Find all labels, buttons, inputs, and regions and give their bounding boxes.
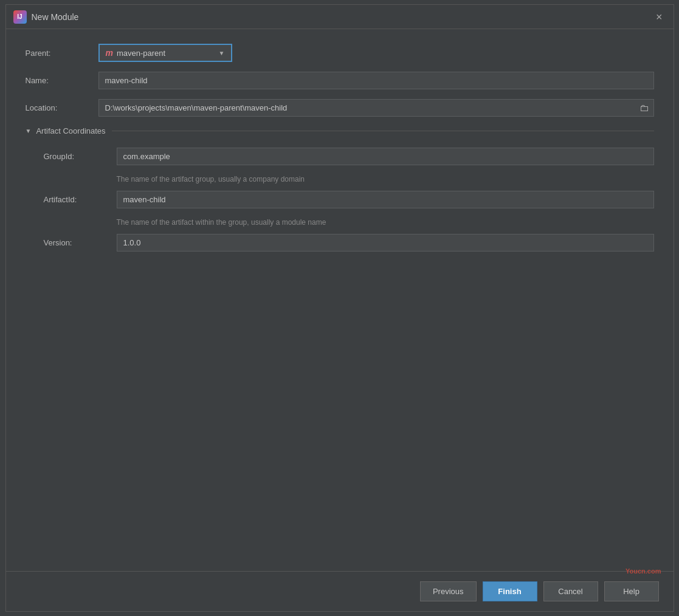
groupid-row: GroupId: [44,148,654,165]
version-row: Version: [44,234,654,252]
section-title: Artifact Coordinates [36,126,105,135]
location-input[interactable] [98,99,654,117]
artifactid-field [117,191,654,208]
dialog-content: Parent: m maven-parent ▼ Name: Location:… [6,29,674,571]
artifactid-row: ArtifactId: [44,191,654,208]
dialog-title: New Module [32,12,79,22]
parent-dropdown-value: maven-parent [117,49,165,58]
artifact-subsection: GroupId: The name of the artifact group,… [26,148,654,252]
artifactid-input[interactable] [117,191,654,208]
title-bar: IJ New Module × [6,5,674,29]
new-module-dialog: IJ New Module × Parent: m maven-parent ▼… [5,4,674,612]
artifactid-hint: The name of the artifact within the grou… [44,218,654,227]
groupid-label: GroupId: [44,152,117,161]
artifactid-label: ArtifactId: [44,195,117,204]
parent-dropdown[interactable]: m maven-parent ▼ [98,44,232,62]
cancel-button[interactable]: Cancel [543,581,598,601]
version-input[interactable] [117,234,654,252]
parent-row: Parent: m maven-parent ▼ [26,44,654,62]
browse-folder-button[interactable]: 🗀 [637,101,652,115]
title-bar-left: IJ New Module [13,10,79,24]
location-row: Location: 🗀 [26,99,654,117]
location-label: Location: [26,103,98,112]
watermark: Youcn.com [626,567,661,575]
previous-button[interactable]: Previous [420,581,477,601]
artifact-section-header: ▼ Artifact Coordinates [26,126,654,135]
section-divider [112,131,654,131]
close-button[interactable]: × [652,10,666,24]
finish-button[interactable]: Finish [483,581,537,601]
location-field: 🗀 [98,99,654,117]
maven-icon: m [106,48,113,58]
dialog-footer: Previous Finish Cancel Help [6,571,674,611]
collapse-arrow-icon[interactable]: ▼ [26,128,32,134]
dropdown-arrow-icon: ▼ [219,50,225,56]
name-label: Name: [26,76,98,85]
groupid-hint: The name of the artifact group, usually … [44,175,654,183]
name-field [98,72,654,89]
parent-field: m maven-parent ▼ [98,44,654,62]
help-button[interactable]: Help [604,581,659,601]
version-label: Version: [44,238,117,247]
groupid-input[interactable] [117,148,654,165]
groupid-field [117,148,654,165]
version-field [117,234,654,252]
name-row: Name: [26,72,654,89]
app-icon: IJ [13,10,27,24]
parent-label: Parent: [26,49,98,58]
name-input[interactable] [98,72,654,89]
